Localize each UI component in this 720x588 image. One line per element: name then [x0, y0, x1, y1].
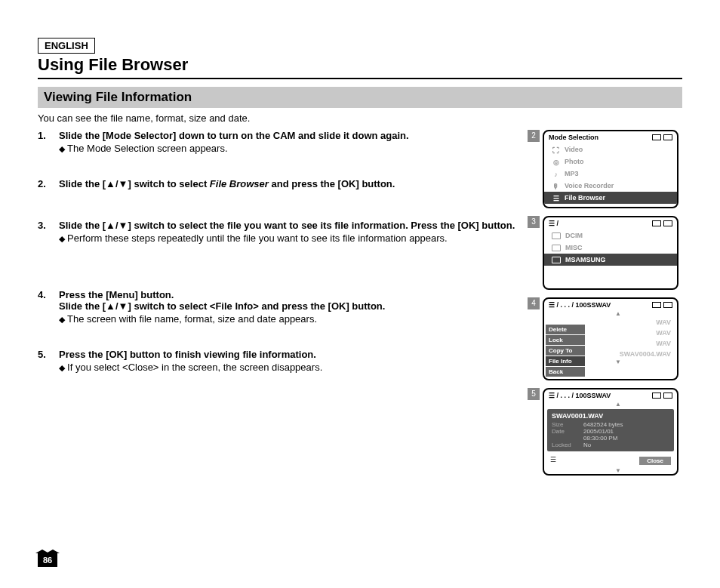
language-label: ENGLISH: [38, 38, 95, 54]
step-item: 5. Press the [OK] button to finish viewi…: [38, 349, 518, 373]
page-title: Using File Browser: [38, 55, 682, 79]
step-text: and press the [OK] button.: [269, 178, 395, 189]
info-label: [552, 435, 583, 442]
step-text: Slide the [▲/▼] switch to select <File I…: [59, 300, 385, 312]
info-value: 08:30:00 PM: [583, 435, 617, 442]
photo-icon: ◎: [552, 159, 560, 165]
close-button: Close: [639, 457, 671, 465]
context-menu: Delete Lock Copy To File Info Back: [546, 325, 585, 377]
step-sub: Perform these steps repeatedly until the…: [59, 232, 518, 244]
step-sub: The Mode Selection screen appears.: [59, 143, 518, 154]
screen-step-badge: 4: [528, 297, 540, 309]
folder-icon: [552, 257, 561, 263]
menu-item-video: ⛶Video: [544, 143, 677, 155]
folder-icon: [552, 232, 561, 239]
step-text: Press the [OK] button to finish viewing …: [59, 349, 316, 360]
folder-item-selected: MSAMSUNG: [544, 254, 677, 266]
screen-step-badge: 2: [528, 130, 540, 142]
info-filename: SWAV0001.WAV: [552, 412, 669, 420]
step-number: 1.: [38, 130, 59, 154]
section-title: Viewing File Information: [38, 87, 682, 108]
list-icon: ☰: [550, 456, 556, 463]
step-item: 3. Slide the [▲/▼] switch to select the …: [38, 220, 518, 244]
menu-item-mp3: ♪MP3: [544, 168, 677, 180]
context-menu-screen: ☰ / . . . / 100SSWAV ▲ WAV WAV WAV SWAV0…: [543, 297, 678, 380]
menu-item-filebrowser: ☰File Browser: [544, 192, 677, 204]
step-item: 2. Slide the [▲/▼] switch to select File…: [38, 178, 518, 189]
screen-step-badge: 5: [528, 388, 540, 400]
info-label: Date: [552, 428, 583, 435]
status-icons: [652, 220, 672, 226]
scroll-up-icon: ▲: [544, 402, 677, 408]
menu-copyto: Copy To: [546, 346, 585, 356]
step-text: Press the [Menu] button.: [59, 289, 174, 300]
menu-delete: Delete: [546, 325, 585, 334]
video-icon: ⛶: [552, 146, 560, 153]
status-icons: [652, 302, 672, 308]
menu-back: Back: [546, 367, 585, 377]
menu-fileinfo: File Info: [546, 356, 585, 366]
info-value: No: [583, 442, 591, 448]
list-icon: ☰: [549, 392, 557, 399]
file-info-panel: SWAV0001.WAV Size6482524 bytes Date2005/…: [547, 409, 674, 451]
screen-title: Mode Selection: [549, 134, 598, 141]
steps-list: 1. Slide the [Mode Selector] down to tur…: [38, 130, 518, 373]
step-number: 3.: [38, 220, 59, 244]
folder-item: DCIM: [544, 229, 677, 242]
info-value: 6482524 bytes: [583, 421, 623, 428]
info-label: Size: [552, 421, 583, 428]
step-text: Slide the [▲/▼] switch to select: [59, 178, 210, 189]
music-icon: ♪: [552, 171, 560, 177]
folder-item: MISC: [544, 242, 677, 254]
breadcrumb: /: [557, 220, 559, 227]
mic-icon: 🎙: [552, 183, 560, 189]
step-item: 4. Press the [Menu] button. Slide the [▲…: [38, 289, 518, 325]
menu-item-voice: 🎙Voice Recorder: [544, 180, 677, 192]
screen-step-badge: 3: [528, 216, 540, 228]
intro-text: You can see the file name, format, size …: [38, 112, 682, 124]
scroll-up-icon: ▲: [544, 311, 677, 317]
status-icons: [652, 134, 672, 140]
step-number: 5.: [38, 349, 59, 373]
scroll-down-icon: ▼: [544, 468, 677, 474]
breadcrumb: / . . . / 100SSWAV: [557, 301, 611, 309]
step-number: 2.: [38, 178, 59, 189]
step-italic: File Browser: [210, 178, 269, 189]
menu-lock: Lock: [546, 335, 585, 345]
folder-icon: [552, 245, 561, 251]
info-value: 2005/01/01: [583, 428, 614, 435]
folder-list-screen: ☰ / DCIM MISC MSAMSUNG: [543, 216, 678, 290]
breadcrumb: / . . . / 100SSWAV: [557, 392, 611, 399]
step-text: Slide the [▲/▼] switch to select the fil…: [59, 220, 515, 231]
menu-item-photo: ◎Photo: [544, 155, 677, 168]
status-icons: [652, 393, 672, 399]
file-info-screen: ☰ / . . . / 100SSWAV ▲ SWAV0001.WAV Size…: [543, 388, 678, 476]
step-sub: If you select <Close> in the screen, the…: [59, 362, 518, 373]
page-number-badge: 86: [38, 553, 57, 567]
step-item: 1. Slide the [Mode Selector] down to tur…: [38, 130, 518, 154]
step-sub: The screen with file name, format, size …: [59, 313, 518, 325]
list-icon: ☰: [549, 220, 557, 227]
list-icon: ☰: [552, 195, 560, 202]
info-label: Locked: [552, 442, 583, 448]
step-text: Slide the [Mode Selector] down to turn o…: [59, 130, 409, 141]
step-number: 4.: [38, 289, 59, 325]
mode-selection-screen: Mode Selection ⛶Video ◎Photo ♪MP3 🎙Voice…: [543, 130, 678, 208]
list-icon: ☰: [549, 301, 557, 309]
